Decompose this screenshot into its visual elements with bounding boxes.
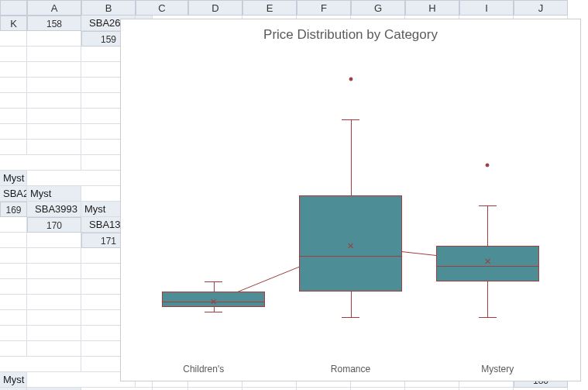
cell[interactable] [0,62,27,78]
cell[interactable] [27,372,81,388]
mean-marker: ✕ [347,241,354,251]
row-header[interactable]: 170 [27,217,81,233]
cell[interactable] [27,279,81,295]
cell[interactable] [0,341,27,357]
chart-plot-area: ✕✕✕ [136,53,565,357]
cell[interactable] [27,341,81,357]
outlier-point [349,77,352,81]
cell[interactable]: SBA2533 [0,186,27,202]
cell[interactable] [0,326,27,341]
row-header[interactable]: 158 [27,16,81,31]
cell[interactable] [0,47,27,62]
cell[interactable] [0,295,27,310]
column-header[interactable]: K [0,16,27,31]
cell[interactable] [0,31,27,47]
cell[interactable]: Myst [0,372,27,388]
cell[interactable]: SBA3993 [27,202,81,217]
cell[interactable] [27,140,81,155]
cell[interactable] [0,248,27,264]
column-header[interactable]: G [351,0,405,16]
cell[interactable] [27,78,81,93]
cell[interactable] [0,155,27,171]
cell[interactable] [27,357,81,372]
category-label: Children's [183,364,224,374]
cell[interactable] [27,93,81,109]
mean-marker: ✕ [210,297,217,307]
cell[interactable] [0,264,27,279]
column-header[interactable]: J [514,0,568,16]
column-header[interactable]: A [27,0,81,16]
cell[interactable] [0,78,27,93]
cell[interactable] [0,310,27,326]
column-header[interactable]: B [81,0,136,16]
cell[interactable] [27,310,81,326]
row-header[interactable]: 169 [0,202,27,217]
cell[interactable]: Myst [0,171,27,186]
cell[interactable] [27,62,81,78]
cell[interactable] [27,47,81,62]
cell[interactable] [27,124,81,140]
cell[interactable] [27,295,81,310]
cell[interactable] [0,109,27,124]
column-header[interactable]: C [136,0,188,16]
cell[interactable] [0,233,27,248]
cell[interactable] [0,357,27,372]
cell[interactable] [0,140,27,155]
select-all-corner[interactable] [0,0,27,16]
cell[interactable]: Myst [27,186,81,202]
column-header[interactable]: H [405,0,459,16]
cell[interactable] [0,217,27,233]
chart-title: Price Distribution by Category [121,19,580,49]
cell[interactable] [27,264,81,279]
cell[interactable] [0,93,27,109]
column-header[interactable]: F [297,0,351,16]
cell[interactable] [27,248,81,264]
outlier-point [486,163,490,167]
cell[interactable] [27,109,81,124]
cell[interactable] [27,31,81,47]
category-label: Mystery [481,364,514,374]
cell[interactable] [27,155,81,171]
category-label: Romance [331,364,370,374]
column-header[interactable]: I [459,0,514,16]
chart-price-distribution[interactable]: Price Distribution by Category ✕✕✕ Child… [120,19,581,381]
cell[interactable] [27,233,81,248]
cell[interactable] [0,279,27,295]
column-header[interactable]: D [188,0,242,16]
cell[interactable] [27,171,81,186]
cell[interactable] [27,326,81,341]
column-header[interactable]: E [242,0,297,16]
mean-marker: ✕ [484,256,491,266]
cell[interactable] [0,124,27,140]
